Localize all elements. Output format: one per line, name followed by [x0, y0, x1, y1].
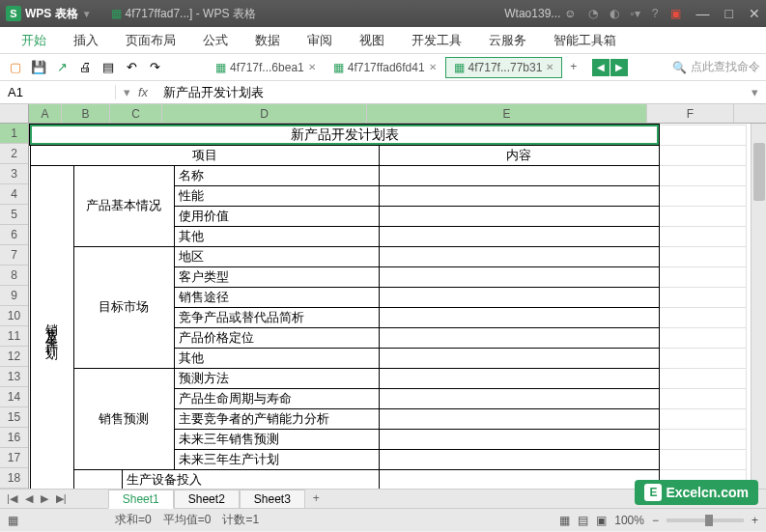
cell-item[interactable]: 主要竞争者的产销能力分析 [174, 408, 379, 429]
menu-start[interactable]: 开始 [8, 28, 60, 53]
zoom-in-button[interactable]: + [752, 514, 758, 527]
search-placeholder[interactable]: 点此查找命令 [691, 59, 760, 75]
cell[interactable] [379, 449, 659, 469]
skin-icon[interactable]: ▫▾ [631, 7, 640, 20]
undo-icon[interactable]: ↶ [122, 58, 141, 77]
cell[interactable] [379, 388, 659, 408]
row-header[interactable]: 11 [0, 326, 28, 347]
sheet-tab-3[interactable]: Sheet3 [240, 490, 305, 509]
app-menu-dropdown[interactable]: ▼ [82, 9, 92, 19]
cell-reference-input[interactable]: A1 [0, 85, 116, 99]
file-tab-3[interactable]: ▦ 4f717f...77b31 ✕ [445, 57, 563, 78]
minimize-button[interactable]: — [696, 6, 710, 21]
col-header-A[interactable]: A [29, 104, 62, 123]
col-header-F[interactable]: F [647, 104, 734, 123]
cell[interactable] [659, 368, 746, 388]
menu-review[interactable]: 审阅 [294, 28, 346, 53]
cell[interactable] [659, 408, 746, 429]
user-info[interactable]: Wtao139... ☺ [504, 7, 576, 20]
help-icon[interactable]: ? [652, 7, 659, 20]
tab-nav-left[interactable]: ◀ [592, 59, 610, 76]
cell[interactable] [379, 266, 659, 287]
menu-insert[interactable]: 插入 [60, 28, 112, 53]
cell-subgroup[interactable]: 目标市场 [73, 246, 174, 368]
cell-item[interactable]: 产品价格定位 [174, 327, 379, 348]
cell[interactable] [659, 327, 746, 348]
cell[interactable] [379, 368, 659, 388]
cell[interactable] [379, 185, 659, 206]
sheet-nav-next[interactable]: ▶ [38, 492, 51, 505]
formula-expand-icon[interactable]: ▾ [744, 85, 766, 99]
file-tab-1[interactable]: ▦ 4f717f...6bea1 ✕ [207, 57, 325, 78]
sheet-tab-2[interactable]: Sheet2 [174, 490, 240, 509]
cell-header-content[interactable]: 内容 [379, 145, 659, 165]
col-header-D[interactable]: D [162, 104, 367, 123]
search-icon[interactable]: 🔍 [672, 61, 687, 74]
scrollbar-thumb[interactable] [753, 143, 765, 201]
redo-icon[interactable]: ↷ [145, 58, 164, 77]
zoom-level[interactable]: 100% [614, 514, 644, 527]
tab-nav-right[interactable]: ▶ [610, 59, 628, 76]
row-header[interactable]: 6 [0, 225, 28, 245]
row-header[interactable]: 2 [0, 144, 28, 164]
cell-item[interactable]: 名称 [174, 165, 379, 185]
add-sheet-button[interactable]: + [305, 490, 327, 509]
row-header[interactable]: 3 [0, 164, 28, 184]
file-tab-2[interactable]: ▦ 4f717ffad6fd41 ✕ [325, 57, 445, 78]
row-header[interactable]: 12 [0, 347, 28, 367]
row-header[interactable]: 18 [0, 468, 28, 489]
add-tab-button[interactable]: + [562, 57, 584, 78]
cell[interactable] [659, 125, 746, 145]
cell[interactable] [659, 206, 746, 226]
row-header[interactable]: 7 [0, 245, 28, 266]
cell-item[interactable]: 生产设备投入 [122, 469, 379, 489]
view-page-icon[interactable]: ▤ [578, 514, 588, 527]
vertical-scrollbar[interactable] [751, 124, 766, 489]
zoom-out-button[interactable]: − [652, 514, 659, 527]
row-header[interactable]: 15 [0, 407, 28, 428]
sheet-nav-prev[interactable]: ◀ [22, 492, 36, 505]
sheet-nav-last[interactable]: ▶| [53, 492, 70, 505]
view-mode-icon[interactable]: ▦ [8, 514, 18, 527]
row-header[interactable]: 17 [0, 448, 28, 468]
cell-item[interactable]: 产品生命周期与寿命 [174, 388, 379, 408]
cell[interactable] [659, 429, 746, 449]
sheet-tab-1[interactable]: Sheet1 [108, 490, 174, 509]
maximize-button[interactable]: □ [725, 6, 733, 21]
fx-dropdown-icon[interactable]: ▾ [124, 85, 130, 99]
cell[interactable] [659, 449, 746, 469]
cell[interactable] [659, 165, 746, 185]
formula-input[interactable]: 新产品开发计划表 [156, 84, 744, 101]
row-header[interactable]: 9 [0, 286, 28, 306]
close-icon[interactable]: ✕ [546, 62, 553, 72]
menu-devtools[interactable]: 开发工具 [398, 28, 475, 53]
cell-group[interactable]: 销售及生产计划 [30, 165, 73, 489]
cell[interactable] [73, 469, 122, 489]
cell-item[interactable]: 未来三年生产计划 [174, 449, 379, 469]
menu-cloud[interactable]: 云服务 [475, 28, 540, 53]
cell[interactable] [659, 246, 746, 266]
cell[interactable] [379, 226, 659, 246]
row-header[interactable]: 14 [0, 387, 28, 407]
sheet-nav-first[interactable]: |◀ [4, 492, 20, 505]
cell[interactable] [379, 165, 659, 185]
menu-data[interactable]: 数据 [241, 28, 294, 53]
cell[interactable] [659, 348, 746, 368]
menu-page-layout[interactable]: 页面布局 [112, 28, 189, 53]
preview-icon[interactable]: ▤ [99, 58, 118, 77]
row-header[interactable]: 5 [0, 205, 28, 225]
share-icon[interactable]: ↗ [52, 58, 71, 77]
cell[interactable] [379, 206, 659, 226]
new-file-icon[interactable]: ▢ [6, 58, 25, 77]
row-header[interactable]: 16 [0, 428, 28, 448]
cell-item[interactable]: 未来三年销售预测 [174, 429, 379, 449]
menu-smart-tools[interactable]: 智能工具箱 [540, 28, 630, 53]
cell[interactable] [379, 287, 659, 307]
cell[interactable] [379, 307, 659, 327]
notification-icon[interactable]: ▣ [670, 7, 681, 20]
menu-formula[interactable]: 公式 [189, 28, 241, 53]
zoom-slider[interactable] [667, 518, 744, 522]
cell[interactable] [379, 327, 659, 348]
cell[interactable] [379, 408, 659, 429]
col-header-B[interactable]: B [62, 104, 110, 123]
